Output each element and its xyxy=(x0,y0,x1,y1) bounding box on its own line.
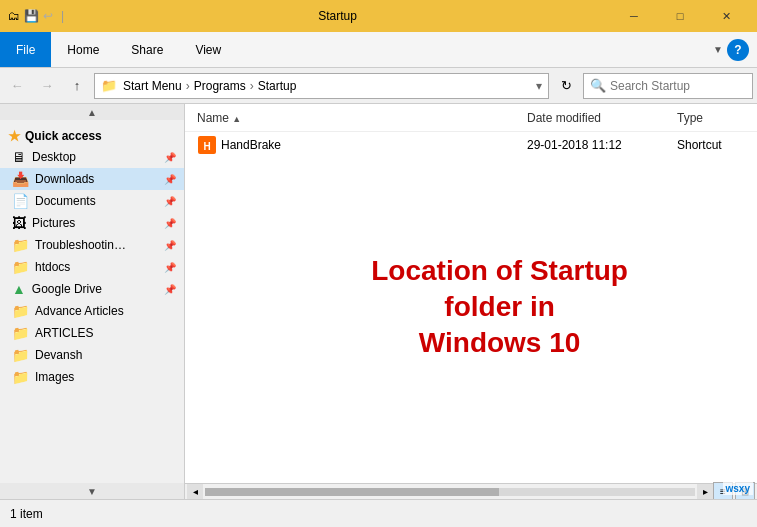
file-type-handbrake: Shortcut xyxy=(677,138,757,152)
sidebar-item-googledrive[interactable]: ▲ Google Drive 📌 xyxy=(0,278,184,300)
path-separator-2: › xyxy=(250,79,254,93)
search-input[interactable] xyxy=(610,79,757,93)
ws-logo: wsxy xyxy=(723,482,753,495)
ribbon: File Home Share View ▼ ? xyxy=(0,32,757,68)
titlebar-title: Startup xyxy=(70,9,605,23)
star-icon: ★ xyxy=(8,128,21,144)
htdocs-icon: 📁 xyxy=(12,259,29,275)
sidebar-item-label-googledrive: Google Drive xyxy=(32,282,158,296)
statusbar: 1 item xyxy=(0,499,757,527)
back-button[interactable]: ← xyxy=(4,73,30,99)
sidebar-scroll-down[interactable]: ▼ xyxy=(0,483,184,499)
file-name-handbrake: HandBrake xyxy=(221,138,527,152)
content-area: Name ▲ Date modified Type H HandBr xyxy=(185,104,757,499)
sidebar: ▲ ★ Quick access 🖥 Desktop 📌 📥 Downloads… xyxy=(0,104,185,499)
window-icon: 🗂 xyxy=(8,9,20,23)
googledrive-icon: ▲ xyxy=(12,281,26,297)
search-box[interactable]: 🔍 xyxy=(583,73,753,99)
sidebar-item-troubleshoot[interactable]: 📁 Troubleshootin… 📌 xyxy=(0,234,184,256)
sidebar-item-images[interactable]: 📁 Images xyxy=(0,366,184,388)
pin-icon-documents: 📌 xyxy=(164,196,176,207)
quick-save-icon: 💾 xyxy=(24,9,39,23)
minimize-button[interactable]: ─ xyxy=(611,0,657,32)
sidebar-item-label-advance-articles: Advance Articles xyxy=(35,304,176,318)
quick-access-header[interactable]: ★ Quick access xyxy=(0,124,184,146)
sidebar-item-label-troubleshoot: Troubleshootin… xyxy=(35,238,158,252)
path-segment-startup: Startup xyxy=(258,79,297,93)
file-icon-handbrake: H xyxy=(197,135,217,155)
pin-icon-htdocs: 📌 xyxy=(164,262,176,273)
address-path: Start Menu › Programs › Startup xyxy=(123,79,296,93)
hscroll-track[interactable] xyxy=(205,488,695,496)
sidebar-item-desktop[interactable]: 🖥 Desktop 📌 xyxy=(0,146,184,168)
pictures-icon: 🖼 xyxy=(12,215,26,231)
up-button[interactable]: ↑ xyxy=(64,73,90,99)
undo-icon: ↩ xyxy=(43,9,53,23)
column-headers: Name ▲ Date modified Type xyxy=(185,104,757,132)
folder-icon: 📁 xyxy=(101,78,117,93)
table-row[interactable]: H HandBrake 29-01-2018 11:12 Shortcut xyxy=(185,132,757,158)
pin-icon-troubleshoot: 📌 xyxy=(164,240,176,251)
tab-share[interactable]: Share xyxy=(115,32,179,67)
status-count: 1 item xyxy=(10,507,747,521)
addressbar: ← → ↑ 📁 Start Menu › Programs › Startup … xyxy=(0,68,757,104)
svg-text:H: H xyxy=(203,141,210,152)
titlebar-icons: 🗂 💾 ↩ | xyxy=(8,9,64,23)
refresh-button[interactable]: ↻ xyxy=(553,73,579,99)
watermark-line2: Windows 10 xyxy=(371,326,628,362)
sort-arrow: ▲ xyxy=(232,114,241,124)
sidebar-item-devansh[interactable]: 📁 Devansh xyxy=(0,344,184,366)
advance-articles-icon: 📁 xyxy=(12,303,29,319)
sidebar-item-label-images: Images xyxy=(35,370,176,384)
file-list: H HandBrake 29-01-2018 11:12 Shortcut Lo… xyxy=(185,132,757,483)
col-type-header[interactable]: Type xyxy=(677,111,757,125)
tab-home[interactable]: Home xyxy=(51,32,115,67)
watermark: Location of Startup folder in Windows 10 xyxy=(371,253,628,362)
tab-view[interactable]: View xyxy=(179,32,237,67)
col-name-header[interactable]: Name ▲ xyxy=(197,111,527,125)
downloads-icon: 📥 xyxy=(12,171,29,187)
pin-icon-pictures: 📌 xyxy=(164,218,176,229)
path-separator-1: › xyxy=(186,79,190,93)
sidebar-item-label-documents: Documents xyxy=(35,194,158,208)
sidebar-scroll-area: ★ Quick access 🖥 Desktop 📌 📥 Downloads 📌… xyxy=(0,120,184,483)
watermark-line1: Location of Startup folder in xyxy=(371,253,628,326)
sidebar-scroll-up[interactable]: ▲ xyxy=(0,104,184,120)
troubleshoot-icon: 📁 xyxy=(12,237,29,253)
pin-icon-desktop: 📌 xyxy=(164,152,176,163)
sidebar-item-label-downloads: Downloads xyxy=(35,172,158,186)
tab-file[interactable]: File xyxy=(0,32,51,67)
sidebar-item-label-devansh: Devansh xyxy=(35,348,176,362)
sidebar-item-pictures[interactable]: 🖼 Pictures 📌 xyxy=(0,212,184,234)
path-segment-programs: Programs xyxy=(194,79,246,93)
images-icon: 📁 xyxy=(12,369,29,385)
titlebar: 🗂 💾 ↩ | Startup ─ □ ✕ xyxy=(0,0,757,32)
col-date-label: Date modified xyxy=(527,111,601,125)
file-date-handbrake: 29-01-2018 11:12 xyxy=(527,138,677,152)
hscroll-right-button[interactable]: ▸ xyxy=(697,484,713,500)
close-button[interactable]: ✕ xyxy=(703,0,749,32)
sidebar-item-advance-articles[interactable]: 📁 Advance Articles xyxy=(0,300,184,322)
titlebar-controls: ─ □ ✕ xyxy=(611,0,749,32)
quick-access-label: Quick access xyxy=(25,129,102,143)
title-separator: | xyxy=(61,9,64,23)
sidebar-item-documents[interactable]: 📄 Documents 📌 xyxy=(0,190,184,212)
sidebar-item-htdocs[interactable]: 📁 htdocs 📌 xyxy=(0,256,184,278)
sidebar-item-label-pictures: Pictures xyxy=(32,216,158,230)
col-name-label: Name xyxy=(197,111,229,125)
hscroll-thumb[interactable] xyxy=(205,488,499,496)
hscroll-left-button[interactable]: ◂ xyxy=(187,484,203,500)
forward-button[interactable]: → xyxy=(34,73,60,99)
horizontal-scrollbar: ◂ ▸ ≡ ⊞ xyxy=(185,483,757,499)
sidebar-item-downloads[interactable]: 📥 Downloads 📌 xyxy=(0,168,184,190)
address-box[interactable]: 📁 Start Menu › Programs › Startup ▾ xyxy=(94,73,549,99)
col-date-header[interactable]: Date modified xyxy=(527,111,677,125)
address-dropdown-icon[interactable]: ▾ xyxy=(536,79,542,93)
expand-ribbon-icon: ▼ xyxy=(713,44,723,55)
path-segment-startmenu: Start Menu xyxy=(123,79,182,93)
maximize-button[interactable]: □ xyxy=(657,0,703,32)
sidebar-item-articles[interactable]: 📁 ARTICLES xyxy=(0,322,184,344)
desktop-icon: 🖥 xyxy=(12,149,26,165)
sidebar-item-label-desktop: Desktop xyxy=(32,150,158,164)
help-button[interactable]: ? xyxy=(727,39,749,61)
